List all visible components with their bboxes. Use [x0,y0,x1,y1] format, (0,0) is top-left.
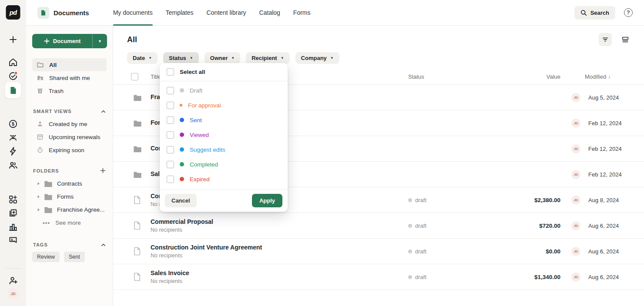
sidebar-folder-contracts[interactable]: Contracts [32,177,107,190]
chevron-up-icon[interactable] [101,243,106,247]
caret-right-icon[interactable] [37,182,40,186]
sidebar-item-shared-with-me[interactable]: Shared with me [32,71,107,84]
table-row-document[interactable]: Sales InvoiceNo recipientsdraft$1,340.00… [114,264,644,290]
status-option-completed[interactable]: Completed [160,157,288,172]
filter-icon[interactable] [599,33,612,46]
reports-chart-icon[interactable] [8,222,18,232]
invite-person-icon[interactable] [8,275,18,286]
chevron-down-icon: ▼ [190,56,193,60]
status-option-sent[interactable]: Sent [160,113,288,127]
user-avatar[interactable]: JD [7,288,19,299]
new-document-split-button[interactable]: Document ▼ [32,34,107,48]
tags-header: TAGS [33,242,106,247]
status-option-suggest-edits[interactable]: Suggest edits [160,142,288,157]
tab-templates[interactable]: Templates [159,0,200,26]
home-icon[interactable] [8,57,18,67]
status-option-label: For approval [188,102,221,109]
select-all-option[interactable]: Select all [160,63,288,81]
status-option-expired[interactable]: Expired [160,172,288,186]
option-checkbox[interactable] [167,176,174,183]
sidebar-folder-forms[interactable]: Forms [32,190,107,203]
file-icon [133,221,143,230]
apps-grid-icon[interactable] [8,194,18,205]
file-icon [133,247,143,256]
new-document-button[interactable]: Document [32,34,93,48]
sidebar-item-upcoming-renewals[interactable]: Upcoming renewals [32,130,107,143]
option-checkbox[interactable] [167,116,174,124]
status-label: draft [415,223,426,229]
app-title: Documents [54,9,89,17]
caret-right-icon[interactable] [37,195,40,199]
column-modified[interactable]: Modified ↓ [580,73,632,80]
sidebar-item-label: Upcoming renewals [49,134,101,140]
search-label: Search [590,10,609,16]
sidebar-folder-franchise-agree-[interactable]: Franchise Agree... [32,203,107,216]
see-more-button[interactable]: ••• See more [32,216,107,229]
sidebar-item-all[interactable]: All [32,58,107,71]
filter-status[interactable]: Status▼ [163,52,199,64]
tag-chip-review[interactable]: Review [32,252,60,262]
chevron-up-icon[interactable] [101,109,106,114]
workflows-bolt-icon[interactable] [8,146,18,156]
filter-recipient[interactable]: Recipient▼ [246,52,289,64]
filter-label: Status [169,55,186,61]
option-checkbox[interactable] [167,131,174,139]
sidebar-item-expiring-soon[interactable]: Expiring soon [32,143,107,156]
owner-avatar: JD [571,170,580,179]
contacts-icon[interactable] [8,133,18,143]
table-row-document[interactable]: Commercial ProposalNo recipientsdraft$72… [114,213,644,239]
row-value: $1,340.00 [534,274,560,280]
folder-icon [44,206,53,213]
pandadoc-logo[interactable]: pd [6,5,20,20]
tab-content-library[interactable]: Content library [200,0,253,26]
filter-company[interactable]: Company▼ [295,52,339,64]
owner-avatar: JD [571,119,580,128]
folder-shared-icon [37,74,44,82]
tag-chip-sent[interactable]: Sent [64,252,85,262]
sidebar-item-created-by-me[interactable]: Created by me [32,117,107,130]
sidebar-item-label: All [49,62,57,68]
documents-icon[interactable] [5,82,21,98]
status-option-draft[interactable]: Draft [160,83,288,98]
owner-avatar: JD [571,144,580,153]
option-checkbox[interactable] [167,161,174,168]
option-checkbox[interactable] [167,102,174,109]
help-icon[interactable]: ? [624,8,633,17]
option-checkbox[interactable] [167,146,174,153]
approvals-check-icon[interactable] [8,71,18,81]
filter-owner[interactable]: Owner▼ [205,52,240,64]
filter-date[interactable]: Date▼ [127,52,158,64]
status-option-viewed[interactable]: Viewed [160,127,288,142]
ellipsis-icon: ••• [43,220,50,226]
page-title: All [127,35,137,44]
row-recipients: No recipients [151,227,408,233]
new-document-caret[interactable]: ▼ [93,34,107,48]
forms-console-icon[interactable] [8,235,18,246]
tab-forms[interactable]: Forms [287,0,317,26]
table-row-document[interactable]: Construction Joint Venture AgreementNo r… [114,239,644,264]
content-add-icon[interactable] [8,208,18,218]
smart-views-list: Created by meUpcoming renewalsExpiring s… [32,117,107,156]
status-option-for-approval[interactable]: For approval [160,98,288,113]
list-layout-icon[interactable] [619,33,632,46]
apply-button[interactable]: Apply [252,194,282,207]
add-folder-icon[interactable] [100,168,106,173]
caret-right-icon[interactable] [37,208,40,212]
person-icon [37,120,44,127]
tab-catalog[interactable]: Catalog [253,0,287,26]
select-all-checkbox[interactable] [167,68,174,76]
payments-dollar-icon[interactable]: $ [8,119,18,129]
row-modified-date: Feb 12, 2024 [588,146,622,152]
folder-icon [133,171,143,178]
status-option-label: Sent [190,117,202,123]
cancel-button[interactable]: Cancel [165,194,197,207]
members-icon[interactable] [8,160,18,170]
chevron-down-icon: ▼ [281,56,284,60]
sidebar-item-trash[interactable]: Trash [32,84,107,97]
select-all-checkbox[interactable] [131,73,138,80]
plus-icon[interactable] [8,34,18,45]
status-dot [408,224,412,228]
search-button[interactable]: Search [574,6,615,20]
tab-my-documents[interactable]: My documents [107,0,159,26]
option-checkbox[interactable] [167,87,174,94]
